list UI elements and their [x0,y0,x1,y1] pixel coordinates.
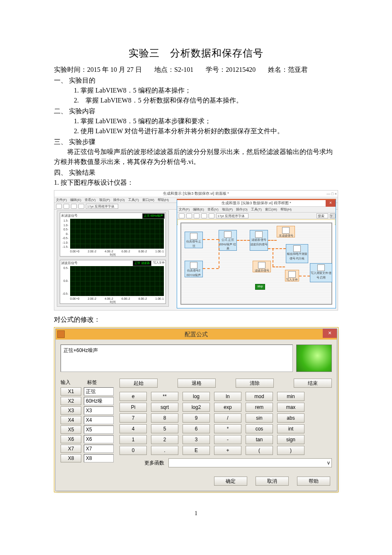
bd-close-icon[interactable]: × [326,200,336,207]
key-sin[interactable]: sin [246,413,273,423]
abort-button[interactable] [71,204,77,209]
x6-label-input[interactable]: X6 [84,435,114,443]
key-4[interactable]: 4 [119,424,147,433]
key-tan[interactable]: tan [246,435,273,444]
key-rem[interactable]: rem [246,403,273,412]
x2-button[interactable]: X2 [61,397,81,405]
key-ln[interactable]: ln [214,392,241,401]
key-pi[interactable]: Pi [119,403,147,412]
menu-view[interactable]: 查看(V) [85,198,96,203]
key-lparen[interactable]: ( [246,446,273,455]
key-pow[interactable]: ** [151,392,178,401]
key-add[interactable]: + [214,446,241,455]
bd-search-box[interactable]: 搜索 [317,213,328,218]
node-filtered-ind[interactable]: 滤波后信号 [253,261,271,272]
key-sign[interactable]: sign [277,435,304,444]
x8-label-input[interactable]: X8 [84,454,114,462]
bd-highlight-button[interactable] [209,213,214,218]
more-functions-combo[interactable]: v [168,458,332,467]
key-backspace[interactable]: 退格 [178,379,216,388]
bd-run-button[interactable] [179,213,185,218]
graph-unfiltered[interactable]: 未滤波信号 正弦 60Hz噪声 1.5- 1.0- 0.5- 0- -0.5- … [60,213,166,257]
run-continuous-button[interactable] [63,204,69,209]
menu-project[interactable]: 项目(P) [99,198,110,203]
key-log2[interactable]: log2 [183,403,210,412]
help-button[interactable]: 帮助 [297,477,330,486]
menu-help[interactable]: 帮助(H) [158,198,169,203]
key-8[interactable]: 8 [151,413,178,423]
key-mul[interactable]: * [214,424,241,433]
key-7[interactable]: 7 [119,413,147,423]
key-0[interactable]: 0 [119,446,147,455]
key-div[interactable]: / [214,413,241,423]
x3-button[interactable]: X3 [61,406,81,415]
fd-close-icon[interactable]: × [323,329,337,338]
menu-file[interactable]: 文件(F) [56,198,67,203]
key-9[interactable]: 9 [183,413,210,423]
key-6[interactable]: 6 [183,424,210,433]
fd-titlebar[interactable]: 配置公式 × [56,329,337,340]
formula-expression-box[interactable]: 正弦+60Hz噪声 [61,345,293,372]
key-sub[interactable]: - [214,435,241,444]
bd-canvas[interactable]: 仿真信号 正弦 仿真信号2 60+Hz噪声 公式 正弦 60Hz噪声 结果 滤波… [178,220,335,307]
x6-button[interactable]: X6 [61,435,81,443]
menu-edit[interactable]: 编辑(E) [70,198,81,203]
key-rparen[interactable]: ) [277,446,304,455]
key-mod[interactable]: mod [246,392,273,401]
x4-button[interactable]: X4 [61,416,81,424]
x3-label-input[interactable]: X3 [84,406,114,415]
key-e[interactable]: e [119,392,147,401]
x4-label-input[interactable]: X4 [84,416,114,424]
node-stop[interactable]: stop [255,284,265,290]
key-5[interactable]: 5 [151,424,178,433]
x8-button[interactable]: X8 [61,454,81,462]
x7-button[interactable]: X7 [61,445,81,453]
node-write-file[interactable]: 写入测量文件 信号 启用 [310,263,332,282]
x7-label-input[interactable]: X7 [84,445,114,453]
bd-pause-button[interactable] [201,213,207,218]
cancel-button[interactable]: 取消 [256,477,289,486]
bd-abort-button[interactable] [194,213,200,218]
x5-label-input[interactable]: X5 [84,425,114,434]
key-start[interactable]: 起始 [119,379,158,388]
menu-operate[interactable]: 操作(O) [113,198,125,203]
key-min[interactable]: min [277,392,304,401]
bd-help-icon[interactable]: ? [330,213,336,218]
key-1[interactable]: 1 [119,435,147,444]
graph-filtered[interactable]: 滤波后信号 正弦 滤波器 写入文件 0.5- 0.0- -0.5- 0.0E+0 [60,260,166,304]
key-3[interactable]: 3 [183,435,210,444]
node-sim2[interactable]: 仿真信号2 60+Hz噪声 [185,261,203,277]
key-dot[interactable]: . [151,446,178,455]
window-controls[interactable]: — □ × [326,191,337,197]
menu-window[interactable]: 窗口(W) [142,198,154,203]
bd-run-cont-button[interactable] [186,213,192,218]
node-rms[interactable]: 幅值和电平测量 信号 均方根 [286,244,308,263]
x1-label-input[interactable]: 正弦 [84,387,114,396]
while-loop[interactable]: 仿真信号 正弦 仿真信号2 60+Hz噪声 公式 正弦 60Hz噪声 结果 滤波… [180,222,332,305]
run-button[interactable] [56,204,62,209]
x1-button[interactable]: X1 [61,387,81,396]
node-unfiltered-ind[interactable]: 未滤波信号 [277,226,295,237]
bd-font-combo[interactable]: 17pt 应用程序字体 [216,213,248,218]
key-log[interactable]: log [183,392,210,401]
key-2[interactable]: 2 [151,435,178,444]
node-filter[interactable]: 滤波器 信号 滤波后的信号 [250,230,268,251]
key-exp[interactable]: exp [214,403,241,412]
key-end[interactable]: 结束 [294,379,332,388]
key-abs[interactable]: abs [277,413,304,423]
node-write1[interactable]: 写入文件 [285,270,299,281]
key-max[interactable]: max [277,403,304,412]
ok-button[interactable]: 确定 [214,477,247,486]
bd-toolbar[interactable]: 17pt 应用程序字体 搜索 ? [177,213,336,219]
key-clear[interactable]: 清除 [236,379,274,388]
x2-label-input[interactable]: 60Hz噪 [84,397,114,405]
key-cos[interactable]: cos [246,424,273,433]
key-int[interactable]: int [277,424,304,433]
node-sim1[interactable]: 仿真信号 正弦 [185,232,203,248]
menu-tools[interactable]: 工具(T) [128,198,139,203]
pause-button[interactable] [78,204,84,209]
key-E[interactable]: E [183,446,210,455]
font-combo[interactable]: 17pt 应用程序字体 [86,204,118,209]
x5-button[interactable]: X5 [61,425,81,434]
bd-menubar[interactable]: 文件(F) 编辑(E) 查看(V) 项目(P) 操作(O) 工具(T) 窗口(W… [177,207,336,213]
